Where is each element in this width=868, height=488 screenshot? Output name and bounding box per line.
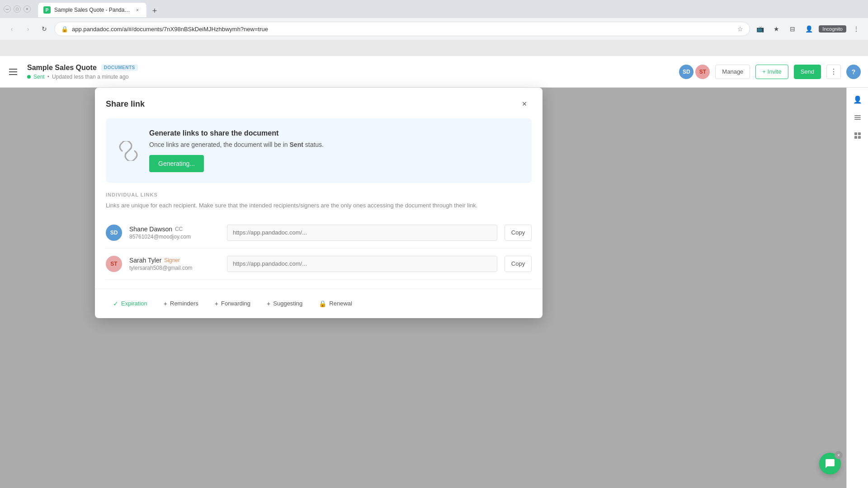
forward-button[interactable]: › [22, 23, 34, 35]
link-chain-icon [117, 139, 140, 163]
renewal-icon: 🔒 [319, 300, 326, 307]
suggesting-icon: + [267, 300, 270, 307]
manage-button[interactable]: Manage [715, 65, 750, 79]
tab-renewal[interactable]: 🔒 Renewal [311, 296, 359, 311]
svg-rect-0 [854, 115, 861, 116]
generate-section: Generate links to share the document Onc… [106, 118, 532, 183]
generate-title: Generate links to share the document [149, 129, 521, 137]
sidebar-profile-icon[interactable]: 👤 [849, 91, 866, 108]
tab-expiration-label: Expiration [121, 300, 147, 307]
minimize-button[interactable]: ─ [4, 5, 11, 13]
status-dot [27, 75, 31, 79]
tab-renewal-label: Renewal [329, 300, 352, 307]
chat-close-button[interactable]: × [835, 451, 843, 459]
browser-titlebar: ─ □ × P Sample Sales Quote - PandaDo... … [0, 0, 868, 18]
recipient-email-sd: 85761024@moodjoy.com [129, 234, 220, 240]
address-icons: ☆ [737, 25, 743, 33]
help-button[interactable]: ? [846, 65, 861, 79]
recipient-row: SD Shane Dawson CC 85761024@moodjoy.com … [106, 217, 532, 249]
hamburger-button[interactable] [7, 65, 22, 79]
recipient-role-st: Signer [164, 257, 180, 263]
maximize-button[interactable]: □ [14, 5, 21, 13]
generate-desc-bold: Sent [290, 141, 303, 148]
cast-icon[interactable]: 📺 [754, 23, 766, 35]
avatar-sd[interactable]: SD [679, 65, 693, 79]
tab-reminders-label: Reminders [170, 300, 198, 307]
bookmark-icon[interactable]: ★ [770, 23, 783, 35]
incognito-badge: Incognito [819, 25, 846, 33]
recipient-name-st: Sarah Tyler Signer [129, 257, 220, 264]
url-text: app.pandadoc.com/a/#/documents/7nX98nBSk… [72, 26, 734, 33]
dialog-footer: ✓ Expiration + Reminders + Forwarding + … [95, 289, 542, 318]
chat-widget[interactable]: × [819, 453, 841, 474]
invite-button[interactable]: + Invite [755, 65, 788, 79]
send-button[interactable]: Send [794, 65, 821, 79]
tab-reminders[interactable]: + Reminders [156, 296, 206, 311]
forwarding-icon: + [215, 300, 218, 307]
svg-rect-5 [854, 136, 857, 139]
sidebar-icon[interactable]: ⊟ [786, 23, 799, 35]
sidebar-list-icon[interactable] [849, 109, 866, 126]
generate-desc-part2: status. [303, 141, 324, 148]
share-link-dialog: Share link × Generate links to share the… [95, 88, 542, 318]
back-button[interactable]: ‹ [5, 23, 18, 35]
copy-button-st[interactable]: Copy [505, 256, 532, 272]
hamburger-line [9, 74, 17, 75]
recipient-row: ST Sarah Tyler Signer tylersarah508@gmai… [106, 249, 532, 280]
recipient-info-st: Sarah Tyler Signer tylersarah508@gmail.c… [129, 257, 220, 271]
generating-button[interactable]: Generating... [149, 155, 204, 172]
copy-button-sd[interactable]: Copy [505, 225, 532, 241]
window-controls: ─ □ × [4, 5, 31, 13]
tab-suggesting[interactable]: + Suggesting [259, 296, 310, 311]
generate-desc-part1: Once links are generated, the document w… [149, 141, 290, 148]
more-options-button[interactable]: ⋮ [826, 65, 841, 79]
tab-favicon: P [43, 6, 51, 14]
recipient-email-st: tylersarah508@gmail.com [129, 265, 220, 271]
reminders-icon: + [164, 300, 167, 307]
document-title: Sample Sales Quote [27, 64, 97, 72]
new-tab-button[interactable]: + [148, 5, 161, 17]
generate-desc: Once links are generated, the document w… [149, 140, 521, 150]
doc-title-row: Sample Sales Quote DOCUMENTS [27, 64, 138, 72]
tab-forwarding[interactable]: + Forwarding [208, 296, 258, 311]
profile-icon[interactable]: 👤 [802, 23, 815, 35]
avatar-st[interactable]: ST [695, 65, 710, 79]
browser-tabs: P Sample Sales Quote - PandaDo... × + [34, 1, 165, 17]
more-options-icon[interactable]: ⋮ [850, 23, 863, 35]
hamburger-line [9, 71, 17, 72]
section-desc: Links are unique for each recipient. Mak… [106, 201, 532, 210]
active-tab[interactable]: P Sample Sales Quote - PandaDo... × [38, 3, 146, 17]
recipient-avatar-st: ST [106, 256, 122, 272]
link-input-sd[interactable] [227, 225, 497, 241]
svg-rect-1 [854, 117, 861, 118]
close-button[interactable]: × [24, 5, 31, 13]
expiration-icon: ✓ [113, 300, 118, 307]
svg-rect-2 [854, 119, 861, 120]
dialog-header: Share link × [95, 88, 542, 118]
avatar-group: SD ST [679, 65, 710, 79]
sidebar-grid-icon[interactable] [849, 127, 866, 144]
right-sidebar: 👤 [846, 88, 868, 488]
doc-status-row: Sent • Updated less than a minute ago [27, 74, 138, 80]
tab-close-button[interactable]: × [134, 6, 141, 14]
tab-forwarding-label: Forwarding [221, 300, 250, 307]
generate-text: Generate links to share the document Onc… [149, 129, 521, 172]
tab-expiration[interactable]: ✓ Expiration [106, 296, 155, 311]
document-badge: DOCUMENTS [101, 64, 138, 71]
link-input-st[interactable] [227, 256, 497, 272]
recipient-avatar-sd: SD [106, 225, 122, 241]
hamburger-line [9, 69, 17, 70]
recipient-info-sd: Shane Dawson CC 85761024@moodjoy.com [129, 225, 220, 240]
status-text: Sent [33, 74, 45, 80]
address-bar[interactable]: 🔒 app.pandadoc.com/a/#/documents/7nX98nB… [54, 22, 750, 36]
doc-title-area: Sample Sales Quote DOCUMENTS Sent • Upda… [27, 64, 138, 80]
refresh-button[interactable]: ↻ [38, 23, 51, 35]
svg-rect-4 [858, 132, 861, 135]
dialog-close-button[interactable]: × [517, 97, 532, 111]
section-label: INDIVIDUAL LINKS [106, 192, 532, 197]
svg-rect-3 [854, 132, 857, 135]
address-bar-row: ‹ › ↻ 🔒 app.pandadoc.com/a/#/documents/7… [0, 18, 868, 40]
status-note: Updated less than a minute ago [52, 74, 128, 80]
recipient-name-sd: Shane Dawson CC [129, 225, 220, 233]
browser-chrome: ─ □ × P Sample Sales Quote - PandaDo... … [0, 0, 868, 40]
